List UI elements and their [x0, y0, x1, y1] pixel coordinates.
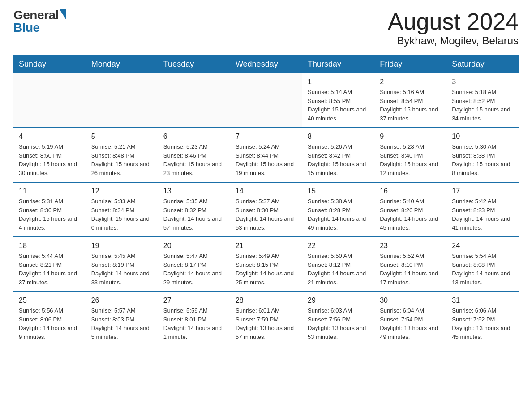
day-info: Sunrise: 5:19 AM Sunset: 8:50 PM Dayligh…	[19, 142, 80, 177]
calendar-table: SundayMondayTuesdayWednesdayThursdayFrid…	[13, 55, 519, 346]
day-info: Sunrise: 6:01 AM Sunset: 7:59 PM Dayligh…	[236, 306, 296, 341]
calendar-cell: 15Sunrise: 5:38 AM Sunset: 8:28 PM Dayli…	[302, 182, 374, 237]
day-info: Sunrise: 5:28 AM Sunset: 8:40 PM Dayligh…	[380, 142, 441, 177]
day-number: 18	[19, 242, 80, 250]
day-info: Sunrise: 6:03 AM Sunset: 7:56 PM Dayligh…	[308, 306, 369, 341]
header-wednesday: Wednesday	[230, 55, 302, 73]
day-number: 11	[19, 187, 80, 195]
page-header: General Blue August 2024 Bykhaw, Mogilev…	[13, 9, 519, 47]
day-info: Sunrise: 5:56 AM Sunset: 8:06 PM Dayligh…	[19, 306, 80, 341]
day-info: Sunrise: 5:50 AM Sunset: 8:12 PM Dayligh…	[308, 252, 369, 287]
calendar-cell: 30Sunrise: 6:04 AM Sunset: 7:54 PM Dayli…	[374, 291, 446, 346]
header-monday: Monday	[86, 55, 158, 73]
day-info: Sunrise: 5:18 AM Sunset: 8:52 PM Dayligh…	[452, 88, 513, 123]
calendar-cell: 17Sunrise: 5:42 AM Sunset: 8:23 PM Dayli…	[446, 182, 519, 237]
day-number: 15	[308, 187, 369, 195]
day-number: 8	[308, 133, 369, 141]
day-info: Sunrise: 5:35 AM Sunset: 8:32 PM Dayligh…	[163, 197, 224, 232]
day-number: 22	[308, 242, 369, 250]
day-number: 20	[163, 242, 224, 250]
week-row-5: 25Sunrise: 5:56 AM Sunset: 8:06 PM Dayli…	[13, 291, 519, 346]
header-row: SundayMondayTuesdayWednesdayThursdayFrid…	[13, 55, 519, 73]
day-number: 5	[91, 133, 152, 141]
calendar-cell: 16Sunrise: 5:40 AM Sunset: 8:26 PM Dayli…	[374, 182, 446, 237]
day-number: 31	[452, 296, 513, 304]
week-row-2: 4Sunrise: 5:19 AM Sunset: 8:50 PM Daylig…	[13, 128, 519, 182]
day-info: Sunrise: 6:06 AM Sunset: 7:52 PM Dayligh…	[452, 306, 513, 341]
day-info: Sunrise: 5:37 AM Sunset: 8:30 PM Dayligh…	[236, 197, 296, 232]
day-number: 7	[236, 133, 296, 141]
calendar-cell: 11Sunrise: 5:31 AM Sunset: 8:36 PM Dayli…	[13, 182, 86, 237]
calendar-cell: 7Sunrise: 5:24 AM Sunset: 8:44 PM Daylig…	[230, 128, 302, 182]
calendar-cell: 20Sunrise: 5:47 AM Sunset: 8:17 PM Dayli…	[158, 237, 230, 291]
calendar-header: SundayMondayTuesdayWednesdayThursdayFrid…	[13, 55, 519, 73]
day-number: 3	[452, 78, 513, 86]
calendar-cell: 31Sunrise: 6:06 AM Sunset: 7:52 PM Dayli…	[446, 291, 519, 346]
day-info: Sunrise: 5:38 AM Sunset: 8:28 PM Dayligh…	[308, 197, 369, 232]
day-number: 26	[91, 296, 152, 304]
day-info: Sunrise: 5:44 AM Sunset: 8:21 PM Dayligh…	[19, 252, 80, 287]
calendar-cell: 12Sunrise: 5:33 AM Sunset: 8:34 PM Dayli…	[86, 182, 158, 237]
week-row-3: 11Sunrise: 5:31 AM Sunset: 8:36 PM Dayli…	[13, 182, 519, 237]
week-row-1: 1Sunrise: 5:14 AM Sunset: 8:55 PM Daylig…	[13, 73, 519, 128]
calendar-cell: 9Sunrise: 5:28 AM Sunset: 8:40 PM Daylig…	[374, 128, 446, 182]
logo-general-text: General	[13, 9, 59, 21]
calendar-cell: 1Sunrise: 5:14 AM Sunset: 8:55 PM Daylig…	[302, 73, 374, 128]
calendar-cell: 6Sunrise: 5:23 AM Sunset: 8:46 PM Daylig…	[158, 128, 230, 182]
calendar-cell: 13Sunrise: 5:35 AM Sunset: 8:32 PM Dayli…	[158, 182, 230, 237]
day-number: 28	[236, 296, 296, 304]
day-info: Sunrise: 5:30 AM Sunset: 8:38 PM Dayligh…	[452, 142, 513, 177]
logo: General Blue	[13, 9, 66, 34]
day-number: 23	[380, 242, 441, 250]
month-title: August 2024	[388, 9, 519, 34]
calendar-cell: 27Sunrise: 5:59 AM Sunset: 8:01 PM Dayli…	[158, 291, 230, 346]
header-sunday: Sunday	[13, 55, 86, 73]
day-number: 30	[380, 296, 441, 304]
calendar-cell: 3Sunrise: 5:18 AM Sunset: 8:52 PM Daylig…	[446, 73, 519, 128]
day-info: Sunrise: 5:16 AM Sunset: 8:54 PM Dayligh…	[380, 88, 441, 123]
header-saturday: Saturday	[446, 55, 519, 73]
calendar-cell: 23Sunrise: 5:52 AM Sunset: 8:10 PM Dayli…	[374, 237, 446, 291]
day-info: Sunrise: 5:49 AM Sunset: 8:15 PM Dayligh…	[236, 252, 296, 287]
calendar-cell: 24Sunrise: 5:54 AM Sunset: 8:08 PM Dayli…	[446, 237, 519, 291]
day-number: 9	[380, 133, 441, 141]
day-info: Sunrise: 5:52 AM Sunset: 8:10 PM Dayligh…	[380, 252, 441, 287]
day-number: 12	[91, 187, 152, 195]
day-info: Sunrise: 5:33 AM Sunset: 8:34 PM Dayligh…	[91, 197, 152, 232]
day-info: Sunrise: 5:23 AM Sunset: 8:46 PM Dayligh…	[163, 142, 224, 177]
day-number: 25	[19, 296, 80, 304]
day-info: Sunrise: 5:31 AM Sunset: 8:36 PM Dayligh…	[19, 197, 80, 232]
day-info: Sunrise: 5:21 AM Sunset: 8:48 PM Dayligh…	[91, 142, 152, 177]
day-number: 17	[452, 187, 513, 195]
day-info: Sunrise: 5:45 AM Sunset: 8:19 PM Dayligh…	[91, 252, 152, 287]
calendar-cell: 26Sunrise: 5:57 AM Sunset: 8:03 PM Dayli…	[86, 291, 158, 346]
location-title: Bykhaw, Mogilev, Belarus	[388, 34, 519, 47]
day-number: 27	[163, 296, 224, 304]
day-info: Sunrise: 5:40 AM Sunset: 8:26 PM Dayligh…	[380, 197, 441, 232]
calendar-cell	[13, 73, 86, 128]
day-info: Sunrise: 5:24 AM Sunset: 8:44 PM Dayligh…	[236, 142, 296, 177]
day-number: 21	[236, 242, 296, 250]
day-number: 6	[163, 133, 224, 141]
calendar-cell: 2Sunrise: 5:16 AM Sunset: 8:54 PM Daylig…	[374, 73, 446, 128]
logo-blue-text: Blue	[13, 21, 66, 34]
calendar-cell: 5Sunrise: 5:21 AM Sunset: 8:48 PM Daylig…	[86, 128, 158, 182]
day-number: 2	[380, 78, 441, 86]
day-info: Sunrise: 5:57 AM Sunset: 8:03 PM Dayligh…	[91, 306, 152, 341]
day-number: 24	[452, 242, 513, 250]
day-info: Sunrise: 5:47 AM Sunset: 8:17 PM Dayligh…	[163, 252, 224, 287]
header-thursday: Thursday	[302, 55, 374, 73]
calendar-body: 1Sunrise: 5:14 AM Sunset: 8:55 PM Daylig…	[13, 73, 519, 346]
calendar-cell: 4Sunrise: 5:19 AM Sunset: 8:50 PM Daylig…	[13, 128, 86, 182]
calendar-cell	[158, 73, 230, 128]
calendar-cell: 22Sunrise: 5:50 AM Sunset: 8:12 PM Dayli…	[302, 237, 374, 291]
calendar-cell: 14Sunrise: 5:37 AM Sunset: 8:30 PM Dayli…	[230, 182, 302, 237]
week-row-4: 18Sunrise: 5:44 AM Sunset: 8:21 PM Dayli…	[13, 237, 519, 291]
calendar-cell: 18Sunrise: 5:44 AM Sunset: 8:21 PM Dayli…	[13, 237, 86, 291]
day-number: 1	[308, 78, 369, 86]
calendar-cell: 29Sunrise: 6:03 AM Sunset: 7:56 PM Dayli…	[302, 291, 374, 346]
day-number: 13	[163, 187, 224, 195]
header-friday: Friday	[374, 55, 446, 73]
day-number: 10	[452, 133, 513, 141]
calendar-cell: 10Sunrise: 5:30 AM Sunset: 8:38 PM Dayli…	[446, 128, 519, 182]
